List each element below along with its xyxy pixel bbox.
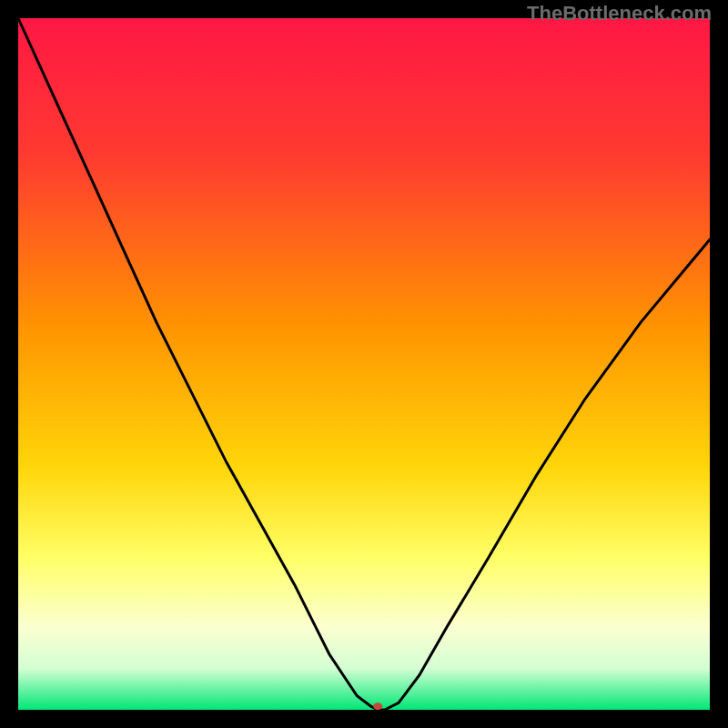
gradient-background (18, 18, 710, 710)
optimal-marker (373, 703, 382, 710)
chart-svg (18, 18, 710, 710)
plot-area (18, 18, 710, 710)
watermark-text: TheBottleneck.com (527, 2, 712, 25)
chart-container: TheBottleneck.com (0, 0, 728, 728)
